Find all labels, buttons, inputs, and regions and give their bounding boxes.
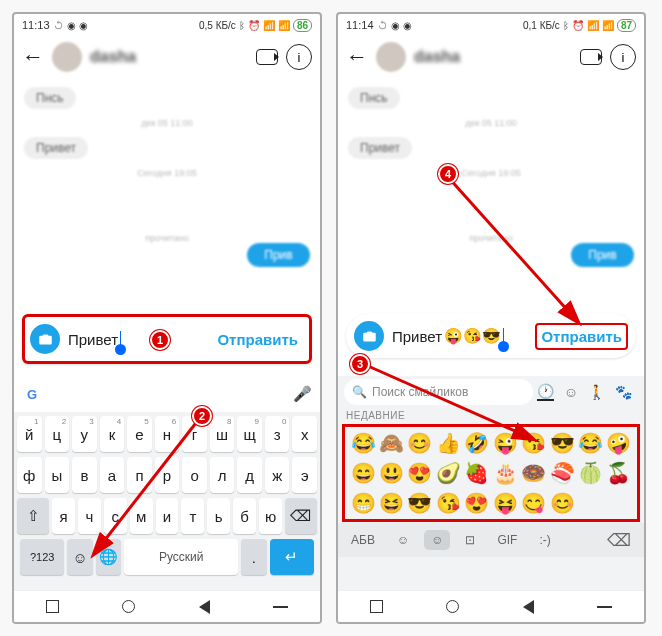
key-щ[interactable]: щ9 [237,416,262,452]
video-call-button[interactable] [580,49,602,65]
info-button[interactable]: i [286,44,312,70]
chat-message-list[interactable]: Пнсь дек 05 11:00 Привет Сегодня 19:05 П… [14,78,320,318]
send-button[interactable]: Отправить [535,323,628,350]
key-ш[interactable]: ш8 [210,416,235,452]
message-input[interactable]: Привет [60,331,211,348]
contact-name[interactable]: dasha [90,48,248,66]
emoji-item[interactable]: 😂 [577,428,605,458]
key-х[interactable]: х [292,416,317,452]
emoji-item[interactable]: 😝 [491,488,519,518]
key-я[interactable]: я [52,498,75,534]
keyboard-hide-button[interactable] [597,606,612,608]
keyboard-hide-button[interactable] [273,606,288,608]
key-п[interactable]: п [127,457,152,493]
key-й[interactable]: й1 [17,416,42,452]
key-т[interactable]: т [181,498,204,534]
back-button[interactable]: ← [22,44,44,70]
emoji-item[interactable]: 🍈 [577,458,605,488]
emoji-category-smileys[interactable]: ☺ [564,384,578,400]
emoji-item[interactable]: 😃 [377,458,405,488]
key-ь[interactable]: ь [207,498,230,534]
abc-tab[interactable]: АБВ [344,530,382,550]
outgoing-message[interactable]: Прив [571,243,634,267]
incoming-message[interactable]: Пнсь [348,87,400,109]
emoji-item[interactable]: 😘 [520,428,548,458]
enter-key[interactable]: ↵ [270,539,314,575]
sticker-tab[interactable]: ⊡ [458,530,482,550]
emoji-item[interactable]: 🤪 [605,428,633,458]
emoji-item[interactable]: 🍒 [605,458,633,488]
incoming-message[interactable]: Привет [348,137,412,159]
outgoing-message[interactable]: Прив [247,243,310,267]
emoji-item[interactable]: 😊 [548,488,576,518]
key-ф[interactable]: ф [17,457,42,493]
backspace-key[interactable]: ⌫ [285,498,317,534]
key-ы[interactable]: ы [45,457,70,493]
message-input[interactable]: Привет 😜😘😎 [384,327,535,345]
back-button[interactable]: ← [346,44,368,70]
key-ж[interactable]: ж [265,457,290,493]
home-button[interactable] [122,600,135,613]
emoji-category-nature[interactable]: 🐾 [615,384,632,400]
emoji-item[interactable]: 😋 [520,488,548,518]
key-н[interactable]: н6 [155,416,180,452]
emoji-item[interactable]: 🍣 [548,458,576,488]
emoji-item[interactable]: 🥑 [434,458,462,488]
emoji-category-people[interactable]: 🚶 [588,384,605,400]
emoji-item[interactable]: 😍 [463,488,491,518]
back-nav-button[interactable] [523,600,534,614]
back-nav-button[interactable] [199,600,210,614]
key-о[interactable]: о [182,457,207,493]
emoji-item[interactable]: 😜 [491,428,519,458]
key-д[interactable]: д [237,457,262,493]
emoji-key[interactable]: ☺ [67,539,92,575]
info-button[interactable]: i [610,44,636,70]
emoji-item[interactable]: 😄 [349,458,377,488]
emoji-item[interactable]: 😊 [406,428,434,458]
emoji-search-input[interactable]: 🔍 Поиск смайликов [344,379,533,405]
recents-button[interactable] [46,600,59,613]
incoming-message[interactable]: Пнсь [24,87,76,109]
emoji-item[interactable]: 😆 [377,488,405,518]
emoji-tab[interactable]: ☺ [424,530,450,550]
emoji-item[interactable]: 😎 [548,428,576,458]
contact-avatar[interactable] [376,42,406,72]
key-л[interactable]: л [210,457,235,493]
recents-button[interactable] [370,600,383,613]
key-в[interactable]: в [72,457,97,493]
language-key[interactable]: 🌐 [96,539,121,575]
key-м[interactable]: м [130,498,153,534]
send-button[interactable]: Отправить [211,331,304,348]
period-key[interactable]: . [241,539,266,575]
emoji-type-smiley[interactable]: ☺ [390,530,416,550]
key-с[interactable]: с [104,498,127,534]
contact-name[interactable]: dasha [414,48,572,66]
camera-button[interactable] [354,321,384,351]
chat-message-list[interactable]: Пнсь дек 05 11:00 Привет Сегодня 19:05 П… [338,78,644,318]
video-call-button[interactable] [256,49,278,65]
key-б[interactable]: б [233,498,256,534]
key-а[interactable]: а [100,457,125,493]
key-ц[interactable]: ц2 [45,416,70,452]
shift-key[interactable]: ⇧ [17,498,49,534]
ascii-tab[interactable]: :-) [532,530,557,550]
key-ю[interactable]: ю [259,498,282,534]
emoji-item[interactable]: 😘 [434,488,462,518]
spacebar-key[interactable]: Русский [124,539,238,575]
emoji-item[interactable]: 😁 [349,488,377,518]
emoji-item[interactable]: 🍓 [463,458,491,488]
key-э[interactable]: э [292,457,317,493]
gif-tab[interactable]: GIF [490,530,524,550]
emoji-item[interactable]: 🎂 [491,458,519,488]
contact-avatar[interactable] [52,42,82,72]
key-з[interactable]: з0 [265,416,290,452]
emoji-category-recent[interactable]: 🕐 [537,383,554,401]
key-е[interactable]: е5 [127,416,152,452]
emoji-item[interactable]: 😂 [349,428,377,458]
emoji-item[interactable]: 😎 [406,488,434,518]
key-ч[interactable]: ч [78,498,101,534]
incoming-message[interactable]: Привет [24,137,88,159]
key-р[interactable]: р [155,457,180,493]
emoji-item[interactable]: 😍 [406,458,434,488]
emoji-item[interactable]: 🤣 [463,428,491,458]
